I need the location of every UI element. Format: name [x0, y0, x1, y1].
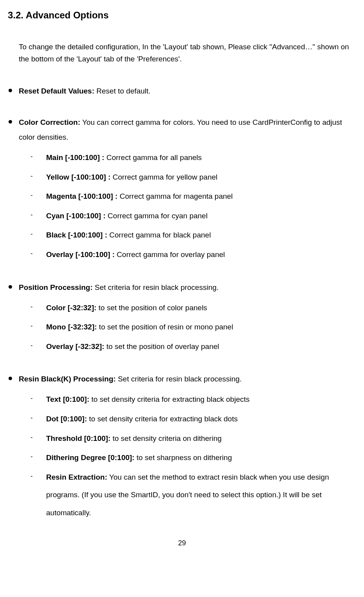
section-title: 3.2. Advanced Options — [8, 8, 356, 22]
bullet-block: ●Resin Black(K) Processing: Set criteria… — [8, 372, 356, 521]
sub-desc: Correct gamma for black panel — [107, 231, 211, 239]
sub-item: -Magenta [-100:100] : Correct gamma for … — [30, 187, 356, 205]
sub-title: Main [-100:100] : — [46, 153, 104, 162]
sub-item: -Threshold [0:100]: to set density crite… — [30, 430, 356, 448]
sub-item: -Overlay [-32:32]: to set the position o… — [30, 338, 356, 356]
bullet-body: Color Correction: You can correct gamma … — [19, 115, 356, 145]
sub-title: Cyan [-100:100] : — [46, 212, 106, 220]
sub-desc: to set density criteria for extracting b… — [90, 395, 250, 403]
bullet-title: Reset Default Values: — [19, 87, 94, 95]
sub-list: -Color [-32:32]: to set the position of … — [30, 299, 356, 356]
bullet-desc: Set criteria for resin black processing. — [93, 283, 219, 291]
sub-body: Text [0:100]: to set density criteria fo… — [46, 390, 356, 408]
sub-body: Yellow [-100:100] : Correct gamma for ye… — [46, 168, 356, 186]
bullet-block: ●Position Processing: Set criteria for r… — [8, 280, 356, 356]
bullet-block: ●Reset Default Values: Reset to default. — [8, 84, 356, 99]
sub-title: Resin Extraction: — [46, 473, 107, 481]
sub-title: Text [0:100]: — [46, 395, 90, 403]
sub-item: -Resin Extraction: You can set the metho… — [30, 468, 356, 522]
sub-body: Cyan [-100:100] : Correct gamma for cyan… — [46, 207, 356, 225]
sub-title: Magenta [-100:100] : — [46, 192, 118, 200]
dash-marker-icon: - — [30, 207, 46, 223]
dash-marker-icon: - — [30, 449, 46, 465]
sub-item: -Color [-32:32]: to set the position of … — [30, 299, 356, 317]
sub-desc: Correct gamma for overlay panel — [115, 250, 225, 259]
sub-list: -Main [-100:100] : Correct gamma for all… — [30, 149, 356, 264]
sub-title: Black [-100:100] : — [46, 231, 107, 239]
sub-title: Yellow [-100:100] : — [46, 173, 111, 181]
sub-body: Dithering Degree [0:100]: to set sharpne… — [46, 449, 356, 467]
sub-title: Overlay [-32:32]: — [46, 342, 104, 351]
sub-body: Color [-32:32]: to set the position of c… — [46, 299, 356, 317]
sub-item: -Dot [0:100]: to set density criteria fo… — [30, 410, 356, 428]
bullet-marker-icon: ● — [8, 280, 19, 293]
dash-marker-icon: - — [30, 318, 46, 334]
bullet-title: Color Correction: — [19, 118, 80, 126]
dash-marker-icon: - — [30, 226, 46, 242]
sub-item: -Text [0:100]: to set density criteria f… — [30, 390, 356, 408]
bullet-line: ●Reset Default Values: Reset to default. — [8, 84, 356, 99]
dash-marker-icon: - — [30, 187, 46, 203]
bullet-body: Position Processing: Set criteria for re… — [19, 280, 356, 295]
dash-marker-icon: - — [30, 338, 46, 354]
bullet-line: ●Resin Black(K) Processing: Set criteria… — [8, 372, 356, 387]
sub-body: Dot [0:100]: to set density criteria for… — [46, 410, 356, 428]
bullet-marker-icon: ● — [8, 84, 19, 97]
sub-desc: to set density criteria for extracting b… — [87, 415, 238, 423]
sub-desc: to set the position of overlay panel — [104, 342, 219, 351]
dash-marker-icon: - — [30, 390, 46, 406]
dash-marker-icon: - — [30, 468, 46, 484]
sub-item: -Cyan [-100:100] : Correct gamma for cya… — [30, 207, 356, 225]
sub-desc: Correct gamma for cyan panel — [106, 212, 208, 220]
sub-title: Mono [-32:32]: — [46, 323, 97, 331]
bullet-line: ●Position Processing: Set criteria for r… — [8, 280, 356, 295]
dash-marker-icon: - — [30, 410, 46, 426]
sub-title: Threshold [0:100]: — [46, 434, 111, 442]
sub-body: Mono [-32:32]: to set the position of re… — [46, 318, 356, 336]
bullet-desc: Set criteria for resin black processing. — [116, 375, 242, 383]
bullet-body: Reset Default Values: Reset to default. — [19, 84, 356, 99]
sub-body: Black [-100:100] : Correct gamma for bla… — [46, 226, 356, 244]
sub-body: Magenta [-100:100] : Correct gamma for m… — [46, 187, 356, 205]
sub-body: Resin Extraction: You can set the method… — [46, 468, 356, 522]
dash-marker-icon: - — [30, 246, 46, 262]
sub-desc: Correct gamma for all panels — [104, 153, 202, 162]
sub-item: -Main [-100:100] : Correct gamma for all… — [30, 149, 356, 167]
sub-title: Dot [0:100]: — [46, 415, 87, 423]
intro-paragraph: To change the detailed configuration, In… — [19, 41, 356, 65]
bullet-desc: Reset to default. — [94, 87, 151, 95]
bullet-marker-icon: ● — [8, 372, 19, 385]
bullet-body: Resin Black(K) Processing: Set criteria … — [19, 372, 356, 387]
sub-item: -Dithering Degree [0:100]: to set sharpn… — [30, 449, 356, 467]
sub-title: Overlay [-100:100] : — [46, 250, 115, 259]
dash-marker-icon: - — [30, 168, 46, 184]
sub-desc: to set the position of color panels — [97, 304, 207, 312]
section-heading: Advanced Options — [26, 10, 109, 20]
sub-desc: to set the position of resin or mono pan… — [97, 323, 233, 331]
bullet-block: ●Color Correction: You can correct gamma… — [8, 115, 356, 264]
sub-body: Main [-100:100] : Correct gamma for all … — [46, 149, 356, 167]
bullet-title: Resin Black(K) Processing: — [19, 375, 116, 383]
section-number: 3.2. — [8, 10, 23, 20]
sub-body: Overlay [-100:100] : Correct gamma for o… — [46, 246, 356, 264]
bullet-line: ●Color Correction: You can correct gamma… — [8, 115, 356, 145]
sub-list: -Text [0:100]: to set density criteria f… — [30, 390, 356, 521]
sub-desc: Correct gamma for magenta panel — [118, 192, 233, 200]
sub-item: -Mono [-32:32]: to set the position of r… — [30, 318, 356, 336]
sub-title: Color [-32:32]: — [46, 304, 97, 312]
sub-item: -Black [-100:100] : Correct gamma for bl… — [30, 226, 356, 244]
sub-item: -Overlay [-100:100] : Correct gamma for … — [30, 246, 356, 264]
sub-body: Overlay [-32:32]: to set the position of… — [46, 338, 356, 356]
sub-item: -Yellow [-100:100] : Correct gamma for y… — [30, 168, 356, 186]
sub-desc: to set sharpness on dithering — [134, 453, 232, 462]
sub-desc: Correct gamma for yellow panel — [111, 173, 218, 181]
dash-marker-icon: - — [30, 299, 46, 315]
dash-marker-icon: - — [30, 149, 46, 165]
sub-body: Threshold [0:100]: to set density criter… — [46, 430, 356, 448]
dash-marker-icon: - — [30, 430, 46, 446]
page-number: 29 — [8, 538, 356, 549]
bullet-marker-icon: ● — [8, 115, 19, 128]
bullet-title: Position Processing: — [19, 283, 93, 291]
sub-title: Dithering Degree [0:100]: — [46, 453, 134, 462]
sub-desc: to set density criteria on dithering — [111, 434, 222, 442]
